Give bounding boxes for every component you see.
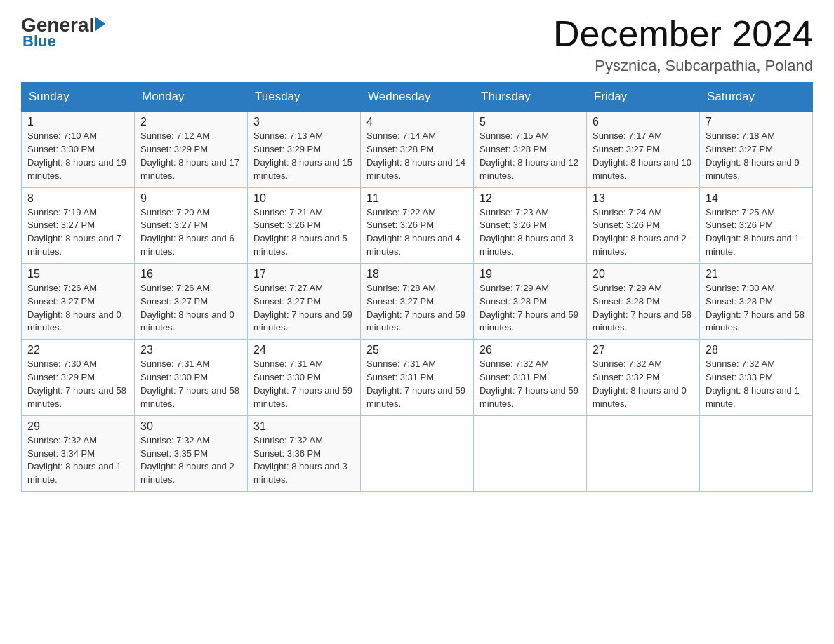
day-number: 14 bbox=[706, 192, 807, 205]
day-info: Sunrise: 7:32 AMSunset: 3:31 PMDaylight:… bbox=[479, 358, 581, 410]
calendar-cell: 27Sunrise: 7:32 AMSunset: 3:32 PMDayligh… bbox=[587, 340, 700, 415]
day-info: Sunrise: 7:30 AMSunset: 3:29 PMDaylight:… bbox=[27, 358, 128, 410]
day-number: 10 bbox=[253, 192, 355, 205]
day-info: Sunrise: 7:31 AMSunset: 3:30 PMDaylight:… bbox=[253, 358, 355, 410]
page-header: General Blue December 2024 Pysznica, Sub… bbox=[21, 14, 813, 75]
day-info: Sunrise: 7:18 AMSunset: 3:27 PMDaylight:… bbox=[706, 130, 807, 182]
calendar-week-3: 15Sunrise: 7:26 AMSunset: 3:27 PMDayligh… bbox=[22, 263, 813, 339]
header-wednesday: Wednesday bbox=[361, 83, 474, 112]
day-info: Sunrise: 7:24 AMSunset: 3:26 PMDaylight:… bbox=[593, 206, 694, 259]
day-info: Sunrise: 7:12 AMSunset: 3:29 PMDaylight:… bbox=[140, 130, 241, 182]
calendar-cell: 31Sunrise: 7:32 AMSunset: 3:36 PMDayligh… bbox=[248, 415, 361, 491]
location-title: Pysznica, Subcarpathia, Poland bbox=[553, 57, 813, 75]
calendar-cell: 20Sunrise: 7:29 AMSunset: 3:28 PMDayligh… bbox=[587, 263, 700, 339]
calendar-cell: 19Sunrise: 7:29 AMSunset: 3:28 PMDayligh… bbox=[474, 263, 587, 339]
calendar-cell: 25Sunrise: 7:31 AMSunset: 3:31 PMDayligh… bbox=[361, 340, 474, 415]
calendar-cell: 15Sunrise: 7:26 AMSunset: 3:27 PMDayligh… bbox=[22, 263, 135, 339]
calendar-cell: 4Sunrise: 7:14 AMSunset: 3:28 PMDaylight… bbox=[361, 112, 474, 187]
logo-triangle-icon bbox=[95, 17, 105, 31]
logo-blue-text: Blue bbox=[22, 32, 56, 51]
day-info: Sunrise: 7:22 AMSunset: 3:26 PMDaylight:… bbox=[366, 206, 468, 259]
day-info: Sunrise: 7:14 AMSunset: 3:28 PMDaylight:… bbox=[366, 130, 468, 182]
calendar-cell: 11Sunrise: 7:22 AMSunset: 3:26 PMDayligh… bbox=[361, 187, 474, 263]
day-number: 12 bbox=[479, 192, 581, 205]
day-number: 4 bbox=[366, 116, 468, 128]
day-number: 6 bbox=[593, 116, 694, 128]
day-info: Sunrise: 7:26 AMSunset: 3:27 PMDaylight:… bbox=[140, 282, 241, 335]
day-info: Sunrise: 7:13 AMSunset: 3:29 PMDaylight:… bbox=[253, 130, 355, 182]
calendar-cell: 5Sunrise: 7:15 AMSunset: 3:28 PMDaylight… bbox=[474, 112, 587, 187]
calendar-week-5: 29Sunrise: 7:32 AMSunset: 3:34 PMDayligh… bbox=[22, 415, 813, 491]
calendar-cell: 13Sunrise: 7:24 AMSunset: 3:26 PMDayligh… bbox=[587, 187, 700, 263]
day-info: Sunrise: 7:32 AMSunset: 3:32 PMDaylight:… bbox=[593, 358, 694, 410]
day-info: Sunrise: 7:26 AMSunset: 3:27 PMDaylight:… bbox=[27, 282, 128, 335]
day-number: 8 bbox=[27, 192, 128, 205]
calendar-cell: 17Sunrise: 7:27 AMSunset: 3:27 PMDayligh… bbox=[248, 263, 361, 339]
calendar-cell: 1Sunrise: 7:10 AMSunset: 3:30 PMDaylight… bbox=[22, 112, 135, 187]
day-number: 22 bbox=[27, 344, 128, 356]
logo: General Blue bbox=[21, 14, 105, 51]
header-thursday: Thursday bbox=[474, 83, 587, 112]
calendar-cell: 2Sunrise: 7:12 AMSunset: 3:29 PMDaylight… bbox=[135, 112, 248, 187]
day-info: Sunrise: 7:32 AMSunset: 3:33 PMDaylight:… bbox=[706, 358, 807, 410]
day-number: 28 bbox=[706, 344, 807, 356]
day-info: Sunrise: 7:23 AMSunset: 3:26 PMDaylight:… bbox=[479, 206, 581, 259]
calendar-cell bbox=[361, 415, 474, 491]
title-block: December 2024 Pysznica, Subcarpathia, Po… bbox=[553, 14, 813, 75]
day-number: 11 bbox=[366, 192, 468, 205]
calendar-cell: 9Sunrise: 7:20 AMSunset: 3:27 PMDaylight… bbox=[135, 187, 248, 263]
day-info: Sunrise: 7:32 AMSunset: 3:35 PMDaylight:… bbox=[140, 434, 241, 487]
header-row: SundayMondayTuesdayWednesdayThursdayFrid… bbox=[22, 83, 813, 112]
calendar-cell bbox=[474, 415, 587, 491]
calendar-week-2: 8Sunrise: 7:19 AMSunset: 3:27 PMDaylight… bbox=[22, 187, 813, 263]
day-info: Sunrise: 7:28 AMSunset: 3:27 PMDaylight:… bbox=[366, 282, 468, 335]
day-number: 16 bbox=[140, 268, 241, 281]
day-number: 19 bbox=[479, 268, 581, 281]
day-info: Sunrise: 7:29 AMSunset: 3:28 PMDaylight:… bbox=[593, 282, 694, 335]
day-number: 23 bbox=[140, 344, 241, 356]
day-number: 2 bbox=[140, 116, 241, 128]
calendar-cell: 3Sunrise: 7:13 AMSunset: 3:29 PMDaylight… bbox=[248, 112, 361, 187]
day-number: 24 bbox=[253, 344, 355, 356]
day-number: 18 bbox=[366, 268, 468, 281]
header-tuesday: Tuesday bbox=[248, 83, 361, 112]
header-monday: Monday bbox=[135, 83, 248, 112]
day-info: Sunrise: 7:29 AMSunset: 3:28 PMDaylight:… bbox=[479, 282, 581, 335]
day-info: Sunrise: 7:17 AMSunset: 3:27 PMDaylight:… bbox=[593, 130, 694, 182]
calendar-cell: 29Sunrise: 7:32 AMSunset: 3:34 PMDayligh… bbox=[22, 415, 135, 491]
day-number: 3 bbox=[253, 116, 355, 128]
calendar-week-1: 1Sunrise: 7:10 AMSunset: 3:30 PMDaylight… bbox=[22, 112, 813, 187]
calendar-cell: 7Sunrise: 7:18 AMSunset: 3:27 PMDaylight… bbox=[700, 112, 813, 187]
calendar-cell: 8Sunrise: 7:19 AMSunset: 3:27 PMDaylight… bbox=[22, 187, 135, 263]
day-number: 21 bbox=[706, 268, 807, 281]
calendar-table: SundayMondayTuesdayWednesdayThursdayFrid… bbox=[21, 82, 813, 492]
calendar-cell: 23Sunrise: 7:31 AMSunset: 3:30 PMDayligh… bbox=[135, 340, 248, 415]
calendar-cell: 12Sunrise: 7:23 AMSunset: 3:26 PMDayligh… bbox=[474, 187, 587, 263]
day-info: Sunrise: 7:21 AMSunset: 3:26 PMDaylight:… bbox=[253, 206, 355, 259]
day-number: 31 bbox=[253, 420, 355, 433]
day-number: 9 bbox=[140, 192, 241, 205]
day-info: Sunrise: 7:31 AMSunset: 3:31 PMDaylight:… bbox=[366, 358, 468, 410]
calendar-cell bbox=[700, 415, 813, 491]
header-saturday: Saturday bbox=[700, 83, 813, 112]
calendar-week-4: 22Sunrise: 7:30 AMSunset: 3:29 PMDayligh… bbox=[22, 340, 813, 415]
calendar-cell: 30Sunrise: 7:32 AMSunset: 3:35 PMDayligh… bbox=[135, 415, 248, 491]
calendar-cell: 22Sunrise: 7:30 AMSunset: 3:29 PMDayligh… bbox=[22, 340, 135, 415]
calendar-cell: 18Sunrise: 7:28 AMSunset: 3:27 PMDayligh… bbox=[361, 263, 474, 339]
day-number: 26 bbox=[479, 344, 581, 356]
calendar-cell: 26Sunrise: 7:32 AMSunset: 3:31 PMDayligh… bbox=[474, 340, 587, 415]
header-friday: Friday bbox=[587, 83, 700, 112]
day-info: Sunrise: 7:15 AMSunset: 3:28 PMDaylight:… bbox=[479, 130, 581, 182]
month-title: December 2024 bbox=[553, 14, 813, 54]
day-info: Sunrise: 7:30 AMSunset: 3:28 PMDaylight:… bbox=[706, 282, 807, 335]
calendar-cell: 6Sunrise: 7:17 AMSunset: 3:27 PMDaylight… bbox=[587, 112, 700, 187]
day-info: Sunrise: 7:19 AMSunset: 3:27 PMDaylight:… bbox=[27, 206, 128, 259]
calendar-cell: 14Sunrise: 7:25 AMSunset: 3:26 PMDayligh… bbox=[700, 187, 813, 263]
day-number: 15 bbox=[27, 268, 128, 281]
calendar-cell: 16Sunrise: 7:26 AMSunset: 3:27 PMDayligh… bbox=[135, 263, 248, 339]
calendar-cell: 28Sunrise: 7:32 AMSunset: 3:33 PMDayligh… bbox=[700, 340, 813, 415]
day-number: 29 bbox=[27, 420, 128, 433]
calendar-cell bbox=[587, 415, 700, 491]
header-sunday: Sunday bbox=[22, 83, 135, 112]
day-info: Sunrise: 7:32 AMSunset: 3:36 PMDaylight:… bbox=[253, 434, 355, 487]
